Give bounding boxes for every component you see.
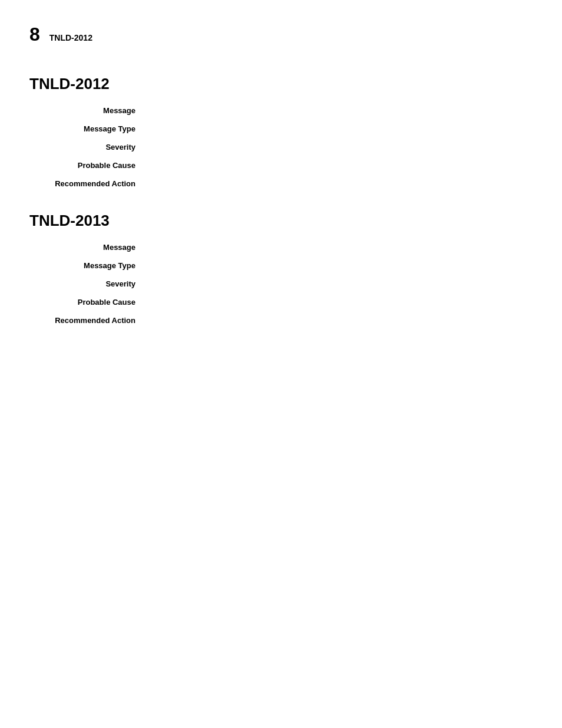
field-row-tnld-2013-1: Message Type: [29, 260, 533, 270]
field-row-tnld-2013-0: Message: [29, 242, 533, 252]
field-row-tnld-2012-0: Message: [29, 105, 533, 115]
field-label-tnld-2013-1: Message Type: [29, 260, 147, 270]
field-row-tnld-2012-1: Message Type: [29, 123, 533, 133]
page-header-title: TNLD-2012: [49, 33, 92, 42]
field-label-tnld-2012-4: Recommended Action: [29, 178, 147, 188]
field-label-tnld-2012-2: Severity: [29, 141, 147, 151]
section-title-tnld-2013: TNLD-2013: [29, 212, 533, 230]
field-row-tnld-2012-3: Probable Cause: [29, 160, 533, 170]
field-row-tnld-2013-4: Recommended Action: [29, 315, 533, 325]
field-label-tnld-2013-3: Probable Cause: [29, 297, 147, 307]
field-label-tnld-2012-1: Message Type: [29, 123, 147, 133]
field-row-tnld-2012-4: Recommended Action: [29, 178, 533, 188]
field-label-tnld-2012-3: Probable Cause: [29, 160, 147, 170]
page-header: 8 TNLD-2012: [29, 24, 533, 51]
section-title-tnld-2012: TNLD-2012: [29, 75, 533, 93]
field-label-tnld-2013-0: Message: [29, 242, 147, 252]
field-label-tnld-2013-4: Recommended Action: [29, 315, 147, 325]
field-row-tnld-2013-3: Probable Cause: [29, 297, 533, 307]
field-label-tnld-2013-2: Severity: [29, 278, 147, 288]
page-number: 8: [29, 24, 40, 45]
field-row-tnld-2013-2: Severity: [29, 278, 533, 288]
section-tnld-2012: TNLD-2012MessageMessage TypeSeverityProb…: [29, 75, 533, 188]
field-label-tnld-2012-0: Message: [29, 105, 147, 115]
field-row-tnld-2012-2: Severity: [29, 141, 533, 151]
section-tnld-2013: TNLD-2013MessageMessage TypeSeverityProb…: [29, 212, 533, 325]
